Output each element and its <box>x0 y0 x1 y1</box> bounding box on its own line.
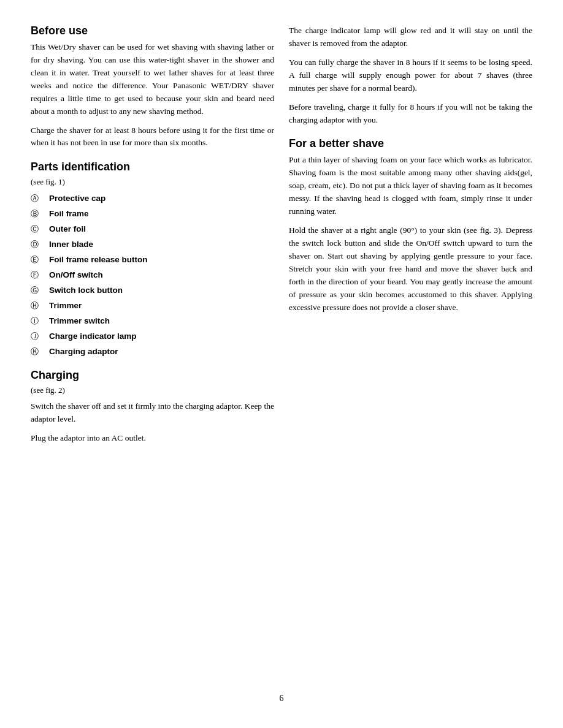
better-shave-para-2: Hold the shaver at a right angle (90°) t… <box>289 224 532 314</box>
parts-id-subtitle: (see fig. 1) <box>31 177 274 187</box>
part-letter-f: Ⓕ <box>31 268 44 282</box>
part-letter-g: Ⓖ <box>31 284 44 297</box>
part-letter-b: Ⓑ <box>31 207 44 221</box>
part-letter-a: Ⓐ <box>31 192 44 205</box>
list-item: Ⓙ Charge indicator lamp <box>31 330 274 344</box>
part-letter-d: Ⓓ <box>31 238 44 251</box>
page-number: 6 <box>31 694 532 703</box>
part-label-i: Trimmer switch <box>49 314 110 328</box>
part-label-b: Foil frame <box>49 207 89 221</box>
page: Before use This Wet/Dry shaver can be us… <box>0 0 563 728</box>
part-letter-k: Ⓚ <box>31 345 44 358</box>
part-letter-e: Ⓔ <box>31 253 44 267</box>
charging-cont-para-3: Before traveling, charge it fully for 8 … <box>289 101 532 127</box>
charging-subtitle: (see fig. 2) <box>31 385 274 395</box>
charging-para-1: Switch the shaver off and set it firmly … <box>31 400 274 426</box>
part-label-j: Charge indicator lamp <box>49 330 137 344</box>
better-shave-para-1: Put a thin layer of shaving foam on your… <box>289 154 532 218</box>
part-label-e: Foil frame release button <box>49 253 148 267</box>
left-column: Before use This Wet/Dry shaver can be us… <box>31 25 274 679</box>
list-item: Ⓓ Inner blade <box>31 238 274 252</box>
part-label-g: Switch lock button <box>49 284 123 298</box>
list-item: Ⓔ Foil frame release button <box>31 253 274 267</box>
better-shave-title: For a better shave <box>289 137 532 150</box>
list-item: Ⓒ Outer foil <box>31 222 274 237</box>
better-shave-section: For a better shave Put a thin layer of s… <box>289 137 532 314</box>
list-item: Ⓘ Trimmer switch <box>31 314 274 328</box>
parts-id-title: Parts identification <box>31 161 274 173</box>
charging-section: Charging (see fig. 2) Switch the shaver … <box>31 369 274 445</box>
list-item: Ⓑ Foil frame <box>31 207 274 221</box>
parts-id-section: Parts identification (see fig. 1) Ⓐ Prot… <box>31 161 274 358</box>
charging-cont-para-2: You can fully charge the shaver in 8 hou… <box>289 56 532 95</box>
part-label-d: Inner blade <box>49 238 93 252</box>
content-columns: Before use This Wet/Dry shaver can be us… <box>31 25 532 679</box>
charging-title: Charging <box>31 369 274 382</box>
part-label-a: Protective cap <box>49 192 105 206</box>
list-item: Ⓕ On/Off switch <box>31 268 274 282</box>
list-item: Ⓖ Switch lock button <box>31 284 274 298</box>
parts-list: Ⓐ Protective cap Ⓑ Foil frame Ⓒ Outer fo… <box>31 192 274 358</box>
before-use-para-2: Charge the shaver for at least 8 hours b… <box>31 124 274 150</box>
part-letter-i: Ⓘ <box>31 314 44 328</box>
before-use-title: Before use <box>31 25 274 37</box>
part-label-h: Trimmer <box>49 299 82 313</box>
right-column: The charge indicator lamp will glow red … <box>289 25 532 679</box>
part-label-f: On/Off switch <box>49 268 103 282</box>
part-letter-h: Ⓗ <box>31 299 44 313</box>
list-item: Ⓗ Trimmer <box>31 299 274 313</box>
list-item: Ⓚ Charging adaptor <box>31 345 274 359</box>
part-label-k: Charging adaptor <box>49 345 118 359</box>
part-letter-c: Ⓒ <box>31 222 44 236</box>
before-use-section: Before use This Wet/Dry shaver can be us… <box>31 25 274 150</box>
charging-cont-section: The charge indicator lamp will glow red … <box>289 25 532 126</box>
part-label-c: Outer foil <box>49 222 86 237</box>
charging-para-2: Plug the adaptor into an AC outlet. <box>31 432 274 445</box>
part-letter-j: Ⓙ <box>31 330 44 343</box>
before-use-para-1: This Wet/Dry shaver can be used for wet … <box>31 41 274 118</box>
charging-cont-para-1: The charge indicator lamp will glow red … <box>289 25 532 50</box>
list-item: Ⓐ Protective cap <box>31 192 274 206</box>
